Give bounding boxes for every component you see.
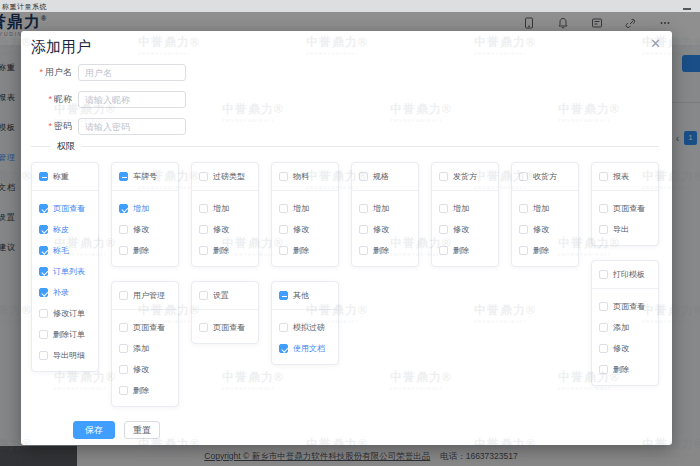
- permission-item[interactable]: 删除: [439, 245, 491, 256]
- permission-item[interactable]: 删除: [119, 245, 171, 256]
- permission-item[interactable]: 修改: [119, 224, 171, 235]
- checkbox[interactable]: [119, 172, 128, 181]
- minimize-button[interactable]: [683, 8, 691, 10]
- checkbox[interactable]: [599, 323, 608, 332]
- permission-item[interactable]: 修改订单: [39, 308, 91, 319]
- permission-item[interactable]: 增加: [279, 203, 331, 214]
- checkbox[interactable]: [199, 172, 208, 181]
- close-icon[interactable]: ✕: [650, 37, 661, 50]
- permission-card-header[interactable]: 发货方: [432, 163, 498, 191]
- checkbox[interactable]: [599, 172, 608, 181]
- permission-item[interactable]: 导出: [599, 224, 651, 235]
- checkbox[interactable]: [439, 246, 448, 255]
- checkbox[interactable]: [199, 225, 208, 234]
- permission-card-header[interactable]: 用户管理: [112, 282, 178, 310]
- checkbox[interactable]: [599, 270, 608, 279]
- permission-card-header[interactable]: 收货方: [512, 163, 578, 191]
- permission-item[interactable]: 模拟过磅: [279, 322, 331, 333]
- checkbox[interactable]: [599, 204, 608, 213]
- permission-item[interactable]: 删除: [519, 245, 571, 256]
- checkbox[interactable]: [519, 172, 528, 181]
- username-input[interactable]: [78, 64, 186, 81]
- checkbox[interactable]: [519, 246, 528, 255]
- checkbox[interactable]: [599, 344, 608, 353]
- checkbox[interactable]: [439, 204, 448, 213]
- permission-item[interactable]: 修改: [439, 224, 491, 235]
- permission-card-header[interactable]: 称重: [32, 163, 98, 191]
- permission-item[interactable]: 修改: [359, 224, 411, 235]
- checkbox[interactable]: [39, 225, 48, 234]
- checkbox[interactable]: [519, 225, 528, 234]
- permission-item[interactable]: 增加: [439, 203, 491, 214]
- permission-item[interactable]: 订单列表: [39, 266, 91, 277]
- checkbox[interactable]: [519, 204, 528, 213]
- password-input[interactable]: [78, 118, 186, 135]
- checkbox[interactable]: [39, 330, 48, 339]
- permission-item[interactable]: 使用文档: [279, 343, 331, 354]
- checkbox[interactable]: [39, 351, 48, 360]
- checkbox[interactable]: [39, 172, 48, 181]
- permission-card-header[interactable]: 其他: [272, 282, 338, 310]
- checkbox[interactable]: [39, 246, 48, 255]
- checkbox[interactable]: [199, 204, 208, 213]
- permission-item[interactable]: 页面查看: [199, 322, 251, 333]
- permission-card-header[interactable]: 打印模板: [592, 261, 658, 289]
- reset-button[interactable]: 重置: [124, 421, 160, 439]
- permission-item[interactable]: 修改: [599, 343, 651, 354]
- checkbox[interactable]: [199, 291, 208, 300]
- permission-item[interactable]: 修改: [199, 224, 251, 235]
- permission-item[interactable]: 删除: [119, 385, 171, 396]
- checkbox[interactable]: [39, 267, 48, 276]
- checkbox[interactable]: [119, 225, 128, 234]
- checkbox[interactable]: [39, 309, 48, 318]
- permission-item[interactable]: 增加: [199, 203, 251, 214]
- permission-card-header[interactable]: 报表: [592, 163, 658, 191]
- checkbox[interactable]: [119, 344, 128, 353]
- checkbox[interactable]: [359, 204, 368, 213]
- permission-item[interactable]: 页面查看: [599, 301, 651, 312]
- permission-item[interactable]: 页面查看: [119, 322, 171, 333]
- permission-item[interactable]: 删除订单: [39, 329, 91, 340]
- checkbox[interactable]: [599, 302, 608, 311]
- permission-item[interactable]: 修改: [119, 364, 171, 375]
- checkbox[interactable]: [359, 246, 368, 255]
- permission-item[interactable]: 添加: [119, 343, 171, 354]
- permission-card-header[interactable]: 物料: [272, 163, 338, 191]
- checkbox[interactable]: [279, 246, 288, 255]
- permission-item[interactable]: 删除: [359, 245, 411, 256]
- permission-item[interactable]: 删除: [279, 245, 331, 256]
- checkbox[interactable]: [279, 172, 288, 181]
- checkbox[interactable]: [39, 204, 48, 213]
- permission-item[interactable]: 增加: [359, 203, 411, 214]
- checkbox[interactable]: [279, 225, 288, 234]
- checkbox[interactable]: [599, 225, 608, 234]
- permission-item[interactable]: 删除: [599, 364, 651, 375]
- checkbox[interactable]: [119, 323, 128, 332]
- checkbox[interactable]: [199, 246, 208, 255]
- permission-item[interactable]: 修改: [279, 224, 331, 235]
- checkbox[interactable]: [359, 225, 368, 234]
- checkbox[interactable]: [119, 246, 128, 255]
- permission-item[interactable]: 删除: [199, 245, 251, 256]
- permission-card-header[interactable]: 设置: [192, 282, 258, 310]
- checkbox[interactable]: [279, 291, 288, 300]
- checkbox[interactable]: [359, 172, 368, 181]
- permission-item[interactable]: 导出明细: [39, 350, 91, 361]
- nickname-input[interactable]: [78, 91, 186, 108]
- permission-item[interactable]: 修改: [519, 224, 571, 235]
- checkbox[interactable]: [279, 344, 288, 353]
- checkbox[interactable]: [119, 365, 128, 374]
- checkbox[interactable]: [279, 204, 288, 213]
- permission-item[interactable]: 页面查看: [599, 203, 651, 214]
- checkbox[interactable]: [119, 386, 128, 395]
- permission-card-header[interactable]: 过磅类型: [192, 163, 258, 191]
- checkbox[interactable]: [199, 323, 208, 332]
- permission-item[interactable]: 添加: [599, 322, 651, 333]
- permission-item[interactable]: 增加: [119, 203, 171, 214]
- permission-item[interactable]: 增加: [519, 203, 571, 214]
- checkbox[interactable]: [119, 291, 128, 300]
- checkbox[interactable]: [599, 365, 608, 374]
- save-button[interactable]: 保存: [73, 421, 115, 439]
- checkbox[interactable]: [39, 288, 48, 297]
- checkbox[interactable]: [279, 323, 288, 332]
